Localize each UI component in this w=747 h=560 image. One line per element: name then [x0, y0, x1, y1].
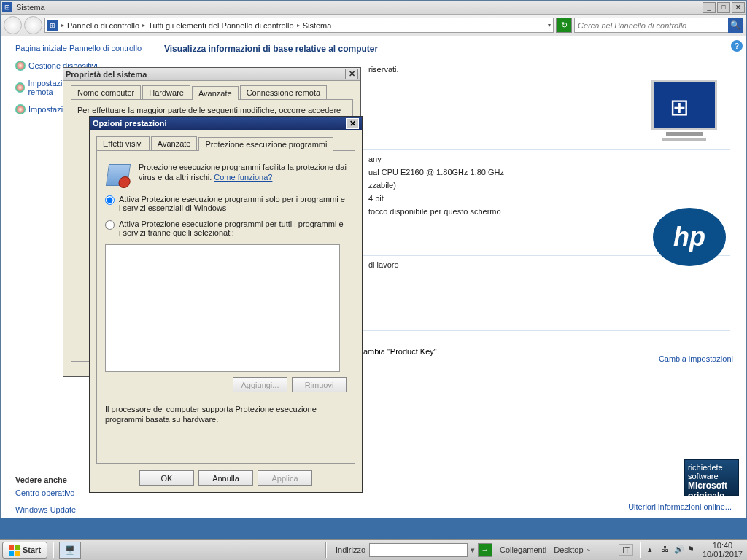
- badge-text: originale: [688, 491, 735, 501]
- titlebar[interactable]: ⊞ Sistema _ □ ✕: [1, 1, 746, 15]
- dep-chip-icon: [105, 162, 131, 188]
- breadcrumb-seg[interactable]: Tutti gli elementi del Pannello di contr…: [146, 21, 296, 30]
- more-info-online-link[interactable]: Ulteriori informazioni online...: [628, 502, 732, 511]
- radio-input[interactable]: [105, 220, 115, 230]
- help-button[interactable]: ?: [731, 40, 743, 52]
- dep-description: Protezione esecuzione programmi facilita…: [105, 162, 347, 182]
- system-icon: ⊞: [2, 2, 12, 12]
- badge-text: richiedete software: [688, 463, 735, 481]
- remove-button[interactable]: Rimuovi: [292, 377, 347, 392]
- dialog-titlebar[interactable]: Proprietà del sistema ✕: [63, 68, 360, 81]
- windows-flag-icon: [9, 545, 20, 556]
- window-title: Sistema: [16, 3, 45, 12]
- dep-all-except-radio[interactable]: Attiva Protezione esecuzione programmi p…: [105, 219, 347, 237]
- manufacturer-value: any: [368, 155, 730, 163]
- clock-date: 10/01/2017: [703, 550, 743, 559]
- tray-icon[interactable]: ▴: [648, 545, 658, 555]
- tab-dep[interactable]: Protezione esecuzione programmi: [198, 137, 333, 151]
- processor-value: ual CPU E2160 @ 1.80GHz 1.80 GHz: [368, 168, 730, 176]
- tab-computer-name[interactable]: Nome computer: [71, 85, 141, 99]
- dialog-titlebar[interactable]: Opzioni prestazioni ✕: [90, 117, 362, 130]
- taskbar[interactable]: Start 🖥️ Indirizzo ▾ → Collegamenti Desk…: [0, 539, 747, 560]
- breadcrumb-seg[interactable]: Sistema: [301, 21, 334, 30]
- rights-text: riservati.: [368, 65, 730, 74]
- volume-icon[interactable]: 🔊: [674, 545, 684, 555]
- clock-time: 10:40: [703, 541, 743, 550]
- microsoft-genuine-badge: richiedete software Microsoft originale: [684, 459, 739, 496]
- start-label: Start: [23, 545, 41, 554]
- start-button[interactable]: Start: [2, 542, 47, 559]
- radio-label: Attiva Protezione esecuzione programmi s…: [119, 195, 347, 212]
- address-label: Indirizzo: [336, 545, 365, 554]
- radio-label: Attiva Protezione esecuzione programmi p…: [119, 219, 347, 237]
- cancel-button[interactable]: Annulla: [198, 470, 253, 486]
- system-tray: IT ▴ 🖧 🔊 ⚑ 10:40 10/01/2017: [619, 541, 745, 559]
- shield-icon: [15, 82, 25, 93]
- ok-button[interactable]: OK: [139, 470, 194, 486]
- change-settings-link[interactable]: Cambia impostazioni: [657, 354, 733, 363]
- hardware-dep-note: Il processore del computer supporta Prot…: [105, 404, 347, 424]
- tab-advanced[interactable]: Avanzate: [151, 136, 198, 150]
- separator: [325, 542, 327, 558]
- windows-update-link[interactable]: Windows Update: [15, 505, 150, 514]
- dep-exclusion-listbox[interactable]: [105, 244, 340, 372]
- admin-note: Per effettuare la maggior parte delle se…: [77, 106, 347, 114]
- dep-essential-only-radio[interactable]: Attiva Protezione esecuzione programmi s…: [105, 195, 347, 212]
- control-panel-icon: ⊞: [47, 20, 58, 31]
- tab-strip: Nome computer Hardware Avanzate Connessi…: [63, 81, 360, 99]
- tab-content: Protezione esecuzione programmi facilita…: [96, 150, 355, 464]
- language-indicator[interactable]: IT: [619, 544, 633, 556]
- forward-button[interactable]: [24, 16, 42, 34]
- address-bar[interactable]: ⊞ ▸ Pannello di controllo ▸ Tutti gli el…: [44, 18, 554, 33]
- close-button[interactable]: ✕: [732, 2, 745, 13]
- hp-logo: hp: [653, 208, 726, 266]
- add-button[interactable]: Aggiungi...: [233, 377, 287, 392]
- search-input[interactable]: [578, 21, 728, 30]
- navigation-bar: ⊞ ▸ Pannello di controllo ▸ Tutti gli el…: [1, 15, 746, 36]
- chevron-down-icon[interactable]: ▾: [468, 545, 478, 555]
- windows-flag-icon: ⊞: [670, 93, 700, 121]
- links-label: Collegamenti: [500, 545, 546, 554]
- search-box[interactable]: 🔍: [574, 18, 743, 33]
- radio-input[interactable]: [105, 195, 115, 205]
- flag-icon[interactable]: ⚑: [687, 545, 697, 555]
- go-button[interactable]: →: [478, 543, 492, 557]
- shield-icon: [15, 61, 26, 71]
- tab-advanced[interactable]: Avanzate: [192, 86, 239, 100]
- control-panel-home-link[interactable]: Pagina iniziale Pannello di controllo: [15, 44, 150, 52]
- breadcrumb-seg[interactable]: Pannello di controllo: [65, 21, 142, 30]
- tab-visual-effects[interactable]: Effetti visivi: [96, 136, 150, 150]
- desktop-toolbar-label[interactable]: Desktop: [554, 545, 583, 554]
- ram-value: zzabile): [368, 181, 730, 190]
- close-button[interactable]: ✕: [346, 118, 359, 129]
- chevron-down-icon[interactable]: ▾: [547, 22, 551, 28]
- link-label: Cambia impostazioni: [659, 354, 733, 363]
- tab-hardware[interactable]: Hardware: [142, 85, 190, 99]
- apply-button[interactable]: Applica: [258, 470, 312, 486]
- page-heading: Visualizza informazioni di base relative…: [164, 44, 730, 54]
- performance-options-dialog: Opzioni prestazioni ✕ Effetti visivi Ava…: [89, 116, 363, 493]
- refresh-button[interactable]: ↻: [556, 18, 572, 33]
- taskbar-address-input[interactable]: [369, 543, 468, 557]
- tab-strip: Effetti visivi Avanzate Protezione esecu…: [90, 130, 362, 150]
- windows-monitor-image: ⊞: [644, 80, 724, 146]
- tab-remote[interactable]: Connessione remota: [240, 85, 328, 99]
- shield-icon: [15, 104, 26, 114]
- system-type-value: 4 bit: [368, 194, 730, 203]
- tray-icons: ▴ 🖧 🔊 ⚑: [648, 545, 697, 555]
- separator: [53, 542, 54, 558]
- search-button[interactable]: 🔍: [728, 18, 743, 33]
- close-button[interactable]: ✕: [345, 69, 358, 79]
- taskbar-item-system[interactable]: 🖥️: [59, 542, 81, 559]
- maximize-button[interactable]: □: [717, 2, 730, 13]
- how-does-it-work-link[interactable]: Come funziona?: [214, 173, 272, 182]
- badge-text: Microsoft: [688, 481, 735, 491]
- clock[interactable]: 10:40 10/01/2017: [703, 541, 745, 559]
- separator: [640, 542, 641, 558]
- minimize-button[interactable]: _: [703, 2, 716, 13]
- back-button[interactable]: [4, 16, 22, 34]
- network-icon[interactable]: 🖧: [661, 545, 671, 555]
- dialog-title: Opzioni prestazioni: [93, 119, 166, 128]
- dialog-title: Proprietà del sistema: [66, 70, 147, 79]
- chevron-right-icon[interactable]: »: [587, 547, 590, 553]
